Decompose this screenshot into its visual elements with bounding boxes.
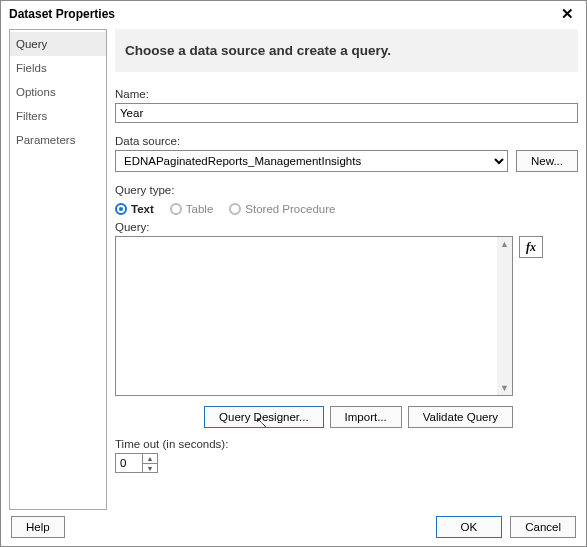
close-icon[interactable]: ✕ [557, 5, 578, 23]
querytype-sproc-radio[interactable]: Stored Procedure [229, 203, 335, 215]
name-label: Name: [115, 88, 578, 100]
query-designer-button[interactable]: Query Designer... [204, 406, 323, 428]
expression-fx-button[interactable]: fx [519, 236, 543, 258]
dialog-title: Dataset Properties [9, 7, 115, 21]
query-textarea[interactable]: ▲ ▼ [115, 236, 513, 396]
help-button[interactable]: Help [11, 516, 65, 538]
radio-icon [170, 203, 182, 215]
scroll-up-icon[interactable]: ▲ [500, 239, 509, 249]
spinner-down-icon[interactable]: ▼ [143, 464, 157, 473]
sidebar-item-query[interactable]: Query [10, 32, 106, 56]
ok-button[interactable]: OK [436, 516, 503, 538]
timeout-input[interactable] [115, 453, 143, 473]
name-input[interactable] [115, 103, 578, 123]
radio-label: Stored Procedure [245, 203, 335, 215]
import-button[interactable]: Import... [330, 406, 402, 428]
radio-icon [115, 203, 127, 215]
new-datasource-button[interactable]: New... [516, 150, 578, 172]
page-heading: Choose a data source and create a query. [115, 29, 578, 72]
sidebar-item-parameters[interactable]: Parameters [10, 128, 106, 152]
spinner-up-icon[interactable]: ▲ [143, 454, 157, 464]
cancel-button[interactable]: Cancel [510, 516, 576, 538]
datasource-label: Data source: [115, 135, 578, 147]
sidebar-item-fields[interactable]: Fields [10, 56, 106, 80]
sidebar: Query Fields Options Filters Parameters [9, 29, 107, 510]
sidebar-item-filters[interactable]: Filters [10, 104, 106, 128]
scroll-down-icon[interactable]: ▼ [500, 383, 509, 393]
timeout-label: Time out (in seconds): [115, 438, 578, 450]
timeout-spinner[interactable]: ▲ ▼ [143, 453, 158, 473]
radio-label: Text [131, 203, 154, 215]
query-label: Query: [115, 221, 578, 233]
radio-icon [229, 203, 241, 215]
querytype-text-radio[interactable]: Text [115, 203, 154, 215]
querytype-label: Query type: [115, 184, 578, 196]
querytype-table-radio[interactable]: Table [170, 203, 214, 215]
datasource-select[interactable]: EDNAPaginatedReports_ManagementInsights [115, 150, 508, 172]
radio-label: Table [186, 203, 214, 215]
validate-query-button[interactable]: Validate Query [408, 406, 513, 428]
sidebar-item-options[interactable]: Options [10, 80, 106, 104]
scrollbar[interactable]: ▲ ▼ [497, 237, 512, 395]
